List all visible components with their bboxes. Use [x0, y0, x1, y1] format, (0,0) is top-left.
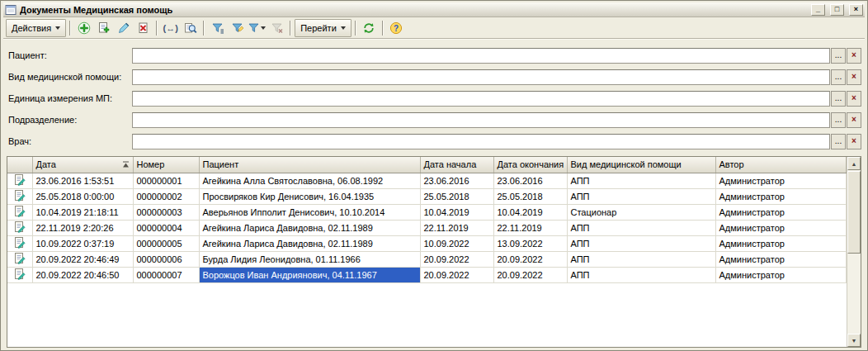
- refresh-button[interactable]: [360, 19, 379, 37]
- cell-date[interactable]: 10.04.2019 21:18:11: [32, 204, 133, 220]
- department-filter-clear-button[interactable]: ×: [847, 112, 861, 128]
- unit-filter-clear-button[interactable]: ×: [847, 91, 861, 107]
- vertical-scrollbar[interactable]: ▲ ▼: [847, 157, 861, 347]
- cell-date[interactable]: 23.06.2016 1:53:51: [32, 173, 133, 188]
- table-row[interactable]: 20.09.2022 20:46:49 000000006 Бурда Лиди…: [7, 251, 847, 267]
- cell-date-end[interactable]: 10.04.2019: [493, 204, 567, 220]
- cell-care-kind[interactable]: АПП: [567, 173, 715, 188]
- scrollbar-thumb[interactable]: [847, 171, 861, 254]
- cell-date-start[interactable]: 20.09.2022: [420, 267, 493, 282]
- toolbar-separator: [382, 21, 384, 36]
- cell-date[interactable]: 25.05.2018 0:00:00: [32, 188, 133, 204]
- table-row[interactable]: 20.09.2022 20:46:50 000000007 Ворожцов И…: [7, 267, 847, 282]
- filter-by-value-button[interactable]: [228, 19, 247, 37]
- clear-filter-button[interactable]: [267, 19, 286, 37]
- edit-button[interactable]: [114, 19, 133, 37]
- cell-date-end[interactable]: 25.05.2018: [493, 188, 567, 204]
- cell-author[interactable]: Администратор: [715, 220, 847, 235]
- patient-filter-input[interactable]: [132, 48, 830, 64]
- table-row[interactable]: 10.09.2022 0:37:19 000000005 Агейкина Ла…: [7, 235, 847, 251]
- cell-date[interactable]: 20.09.2022 20:46:50: [32, 267, 133, 282]
- cell-date-end[interactable]: 23.06.2016: [493, 173, 567, 188]
- department-filter-ellipsis-button[interactable]: ...: [831, 112, 846, 128]
- doctor-filter-ellipsis-button[interactable]: ...: [831, 134, 846, 149]
- cell-author[interactable]: Администратор: [715, 188, 847, 204]
- doctor-filter-clear-button[interactable]: ×: [847, 134, 861, 149]
- cell-patient[interactable]: Просвиряков Кир Денисович, 16.04.1935: [199, 188, 420, 204]
- table-row[interactable]: 23.06.2016 1:53:51 000000001 Агейкина Ал…: [7, 173, 847, 188]
- cell-number[interactable]: 000000003: [133, 204, 199, 220]
- column-author[interactable]: Автор: [715, 157, 847, 173]
- cell-date-start[interactable]: 20.09.2022: [420, 251, 493, 267]
- close-button[interactable]: ×: [849, 4, 863, 16]
- set-interval-button[interactable]: (↔): [161, 19, 180, 37]
- go-button[interactable]: Перейти: [295, 19, 351, 37]
- cell-author[interactable]: Администратор: [715, 251, 847, 267]
- cell-date[interactable]: 20.09.2022 20:46:49: [32, 251, 133, 267]
- minimize-button[interactable]: _: [811, 4, 825, 16]
- cell-patient[interactable]: Аверьянов Ипполит Денисович, 10.10.2014: [199, 204, 420, 220]
- cell-care-kind[interactable]: АПП: [567, 235, 715, 251]
- care-type-filter-ellipsis-button[interactable]: ...: [831, 69, 846, 85]
- find-button[interactable]: [181, 19, 200, 37]
- doctor-filter-input[interactable]: [132, 134, 830, 149]
- cell-patient[interactable]: Агейкина Алла Святославовна, 06.08.1992: [199, 173, 420, 188]
- cell-date-end[interactable]: 20.09.2022: [493, 251, 567, 267]
- column-date[interactable]: Дата: [32, 157, 133, 173]
- unit-filter-ellipsis-button[interactable]: ...: [831, 91, 846, 107]
- patient-filter-clear-button[interactable]: ×: [847, 48, 861, 64]
- cell-date-end[interactable]: 20.09.2022: [493, 267, 567, 282]
- table-row[interactable]: 10.04.2019 21:18:11 000000003 Аверьянов …: [7, 204, 847, 220]
- patient-filter-ellipsis-button[interactable]: ...: [831, 48, 846, 64]
- cell-patient[interactable]: Агейкина Лариса Давидовна, 02.11.1989: [199, 235, 420, 251]
- cell-care-kind[interactable]: АПП: [567, 220, 715, 235]
- cell-number[interactable]: 000000006: [133, 251, 199, 267]
- cell-date-end[interactable]: 13.09.2022: [493, 235, 567, 251]
- unit-filter-input[interactable]: [132, 91, 830, 107]
- help-button[interactable]: ?: [387, 19, 406, 37]
- cell-number[interactable]: 000000007: [133, 267, 199, 282]
- cell-patient[interactable]: Бурда Лидия Леонидовна, 01.11.1966: [199, 251, 420, 267]
- column-patient[interactable]: Пациент: [199, 157, 420, 173]
- cell-author[interactable]: Администратор: [715, 173, 847, 188]
- maximize-button[interactable]: □: [830, 4, 844, 16]
- column-number[interactable]: Номер: [133, 157, 199, 173]
- delete-button[interactable]: [134, 19, 153, 37]
- filter-settings-button[interactable]: [208, 19, 227, 37]
- cell-date-start[interactable]: 25.05.2018: [420, 188, 493, 204]
- cell-author[interactable]: Администратор: [715, 267, 847, 282]
- cell-date-start[interactable]: 22.11.2019: [420, 220, 493, 235]
- cell-number[interactable]: 000000002: [133, 188, 199, 204]
- care-type-filter-input[interactable]: [132, 69, 830, 85]
- actions-button[interactable]: Действия: [6, 19, 66, 37]
- cell-date[interactable]: 22.11.2019 2:20:26: [32, 220, 133, 235]
- column-date-start[interactable]: Дата начала: [420, 157, 493, 173]
- add-copy-button[interactable]: [94, 19, 113, 37]
- cell-date-start[interactable]: 10.09.2022: [420, 235, 493, 251]
- cell-author[interactable]: Администратор: [715, 235, 847, 251]
- table-row[interactable]: 22.11.2019 2:20:26 000000004 Агейкина Ла…: [7, 220, 847, 235]
- column-care-kind[interactable]: Вид медицинской помощи: [567, 157, 715, 173]
- cell-care-kind[interactable]: АПП: [567, 188, 715, 204]
- cell-patient[interactable]: Ворожцов Иван Андриянович, 04.11.1967: [199, 267, 420, 282]
- scroll-up-button[interactable]: ▲: [847, 157, 861, 170]
- cell-author[interactable]: Администратор: [715, 204, 847, 220]
- cell-care-kind[interactable]: Стационар: [567, 204, 715, 220]
- cell-care-kind[interactable]: АПП: [567, 251, 715, 267]
- table-row[interactable]: 25.05.2018 0:00:00 000000002 Просвиряков…: [7, 188, 847, 204]
- cell-number[interactable]: 000000004: [133, 220, 199, 235]
- cell-date-start[interactable]: 23.06.2016: [420, 173, 493, 188]
- scroll-down-button[interactable]: ▼: [847, 334, 861, 347]
- cell-care-kind[interactable]: АПП: [567, 267, 715, 282]
- cell-number[interactable]: 000000001: [133, 173, 199, 188]
- column-date-end[interactable]: Дата окончания: [493, 157, 567, 173]
- cell-date-end[interactable]: 22.11.2019: [493, 220, 567, 235]
- add-button[interactable]: [74, 19, 93, 37]
- cell-date-start[interactable]: 10.04.2019: [420, 204, 493, 220]
- cell-date[interactable]: 10.09.2022 0:37:19: [32, 235, 133, 251]
- filter-history-button[interactable]: [248, 19, 267, 37]
- cell-patient[interactable]: Агейкина Лариса Давидовна, 02.11.1989: [199, 220, 420, 235]
- cell-number[interactable]: 000000005: [133, 235, 199, 251]
- department-filter-input[interactable]: [132, 112, 830, 128]
- care-type-filter-clear-button[interactable]: ×: [847, 69, 861, 85]
